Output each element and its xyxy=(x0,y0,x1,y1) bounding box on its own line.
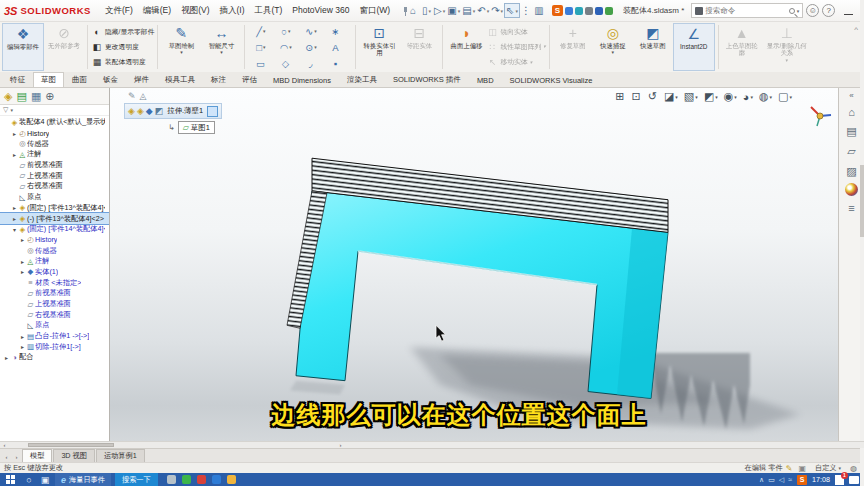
addin-icon[interactable] xyxy=(585,7,593,15)
smart-dimension-button[interactable]: ↔ 智能尺寸 ▾ xyxy=(201,23,241,71)
taskbar-app-icon[interactable] xyxy=(197,475,206,484)
convert-entities-button[interactable]: ⊡ 转换实体引用 xyxy=(359,23,399,71)
ribbon-tab[interactable]: SOLIDWORKS Visualize xyxy=(502,73,601,87)
dropdown-caret-icon[interactable]: ▾ xyxy=(786,58,789,63)
change-transparency-button[interactable]: ◧更改透明度 xyxy=(91,42,154,52)
ellipse-tool-icon[interactable]: ⊙▾ xyxy=(298,40,323,54)
edit-component-button[interactable]: ❖ 编辑零部件 xyxy=(2,23,44,71)
ribbon-tab[interactable]: MBD Dimensions xyxy=(265,73,339,87)
design-library-icon[interactable]: ▤ xyxy=(843,123,861,140)
tree-item[interactable]: ≡ 材质 <未指定> xyxy=(0,277,109,288)
scrollbar-thumb[interactable] xyxy=(28,443,114,447)
taskbar-app-icon[interactable] xyxy=(227,475,236,484)
minimize-button[interactable] xyxy=(844,7,853,15)
tree-item[interactable]: ▱ 上视基准面 xyxy=(0,299,109,310)
sketch-pattern-tool-icon[interactable]: ∗ xyxy=(323,24,348,38)
print-icon[interactable]: ▤▾ xyxy=(461,3,476,18)
menu-item[interactable]: 窗口(W) xyxy=(354,3,395,19)
apply-scene-icon[interactable]: ◍▾ xyxy=(759,90,772,103)
instant2d-button[interactable]: ∠ Instant2D xyxy=(673,23,715,71)
home-icon[interactable]: ⌂ xyxy=(407,3,420,18)
notification-icon[interactable]: 1 xyxy=(835,475,844,485)
rectangle-tool-icon[interactable]: □▾ xyxy=(248,40,273,54)
no-external-references-button[interactable]: ⊘ 无外部参考 xyxy=(44,23,84,71)
section-view-icon[interactable]: ◪▾ xyxy=(664,90,678,103)
display-style-icon[interactable]: ◩▾ xyxy=(704,90,718,103)
edit-component-crumb-icon[interactable]: ◈ xyxy=(128,106,135,116)
expander-icon[interactable]: ▸ xyxy=(3,354,10,361)
ribbon-tab[interactable]: SOLIDWORKS 插件 xyxy=(385,72,469,87)
repair-sketch-button[interactable]: + 修复草图 xyxy=(553,23,593,71)
tree-item[interactable]: ◎ 传感器 xyxy=(0,138,109,149)
expander-icon[interactable]: ▸ xyxy=(19,268,26,275)
horizontal-scrollbar[interactable]: ‹ › xyxy=(0,441,864,448)
taskbar-app-icon[interactable] xyxy=(182,475,191,484)
new-document-icon[interactable]: ▯▾ xyxy=(420,3,433,18)
slot-tool-icon[interactable]: ▭ xyxy=(248,56,273,70)
addin-icon[interactable] xyxy=(565,7,573,15)
menu-item[interactable]: 文件(F) xyxy=(100,3,138,19)
dimxpertmanager-tab-icon[interactable]: ⊕ xyxy=(45,90,54,103)
appearances-icon[interactable] xyxy=(845,183,858,196)
tree-item[interactable]: ▸ ◬ 注解 xyxy=(0,149,109,160)
tree-item[interactable]: ◎ 传感器 xyxy=(0,245,109,256)
hide-show-components-button[interactable]: ◐隐藏/显示零部件 xyxy=(91,27,154,37)
tree-item[interactable]: ▾ ◈ (固定) [零件14^装配体4]<1> -> xyxy=(0,224,109,235)
line-tool-icon[interactable]: ╱▾ xyxy=(248,24,273,38)
tree-item[interactable]: ◺ 原点 xyxy=(0,192,109,203)
sketch-button[interactable]: ✎ 草图绘制 ▾ xyxy=(161,23,201,71)
tree-item[interactable]: ▱ 前视基准面 xyxy=(0,160,109,171)
cortana-icon[interactable]: ○ xyxy=(23,475,35,485)
offset-entities-button[interactable]: ⊟ 等距实体 xyxy=(399,23,439,71)
model-3d-view[interactable] xyxy=(110,88,838,441)
ribbon-tab[interactable]: 渲染工具 xyxy=(339,72,385,87)
tree-item[interactable]: ▸ ◈ (-) [零件13^装配体4]<2> -> (默认) xyxy=(0,213,109,224)
redo-icon[interactable]: ↷▾ xyxy=(490,3,504,18)
save-icon[interactable]: ▣▾ xyxy=(446,3,461,18)
ribbon-tab[interactable]: 模具工具 xyxy=(157,72,203,87)
view-palette-icon[interactable]: ▨ xyxy=(843,163,861,180)
shaded-sketch-contours-button[interactable]: ▲ 上色草图轮廓 xyxy=(722,23,762,71)
addin-icon[interactable] xyxy=(575,7,583,15)
ribbon-tab[interactable]: MBD xyxy=(469,73,502,87)
tree-item[interactable]: ▸ ◆ 实体(1) xyxy=(0,267,109,278)
search-input[interactable] xyxy=(705,6,786,15)
task-view-icon[interactable]: ▣ xyxy=(39,475,51,485)
open-icon[interactable]: ▷▾ xyxy=(433,3,446,18)
tree-item[interactable]: ▸ ◴ History xyxy=(0,128,109,139)
tree-item[interactable]: ▸ ▥ 切除-拉伸1[->] xyxy=(0,341,109,352)
assembly-transparency-button[interactable]: ▦装配体透明度 xyxy=(91,57,154,67)
traffic-light-icon[interactable]: ⋮ xyxy=(520,3,533,18)
configurationmanager-tab-icon[interactable]: ▦ xyxy=(31,90,41,103)
document-tab[interactable]: 3D 视图 xyxy=(53,449,95,462)
breadcrumb-feature-label[interactable]: 拉伸.薄壁1 xyxy=(167,106,203,116)
dropdown-caret-icon[interactable]: ▾ xyxy=(180,50,183,55)
arc-tool-icon[interactable]: ◠▾ xyxy=(273,40,298,54)
menu-item[interactable]: 工具(T) xyxy=(250,3,288,19)
display-delete-relations-button[interactable]: ⊥ 显示/删除几何关系 ▾ xyxy=(762,23,812,71)
ribbon-tab[interactable]: 曲面 xyxy=(64,72,95,87)
expander-icon[interactable]: ▾ xyxy=(11,226,18,233)
menu-item[interactable]: 插入(I) xyxy=(214,3,249,19)
ribbon-tab[interactable]: 草图 xyxy=(33,72,64,87)
collapse-pane-icon[interactable]: « xyxy=(843,90,861,100)
taskbar-app-icon[interactable] xyxy=(167,475,176,484)
scroll-left-icon[interactable]: ‹ xyxy=(0,442,9,448)
expander-icon[interactable]: ▸ xyxy=(11,204,18,211)
feature-crumb-icon[interactable]: ◩ xyxy=(155,106,164,116)
custom-properties-icon[interactable]: ≡ xyxy=(843,199,861,216)
breadcrumb-selected-chip[interactable] xyxy=(207,106,218,117)
document-tab[interactable]: 运动算例1 xyxy=(96,449,145,462)
expander-icon[interactable]: ▸ xyxy=(19,343,26,350)
select-icon[interactable]: ⇖▾ xyxy=(504,3,520,18)
ribbon-tab[interactable]: 标注 xyxy=(203,72,234,87)
body-crumb-icon[interactable]: ◆ xyxy=(146,106,153,116)
command-search-box[interactable]: ▾ xyxy=(691,3,803,18)
search-dropdown-icon[interactable]: ▾ xyxy=(797,8,800,14)
file-explorer-icon[interactable]: ▱ xyxy=(843,143,861,160)
tree-item[interactable]: ◈ 装配体4 (默认<默认_显示状态-1>) xyxy=(0,117,109,128)
dropdown-caret-icon[interactable]: ▾ xyxy=(220,50,223,55)
menu-item[interactable]: PhotoView 360 xyxy=(287,3,354,19)
rebuild-icon[interactable]: ◬ xyxy=(140,91,147,101)
tray-icon[interactable]: ◁ xyxy=(779,476,784,484)
